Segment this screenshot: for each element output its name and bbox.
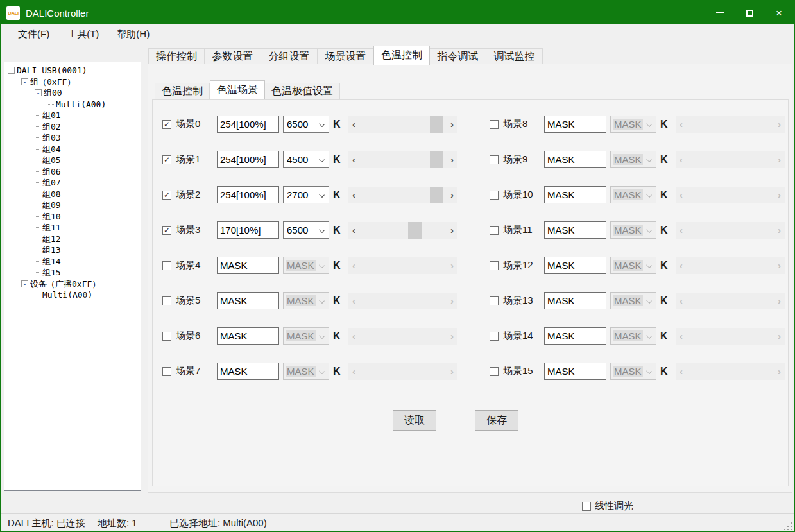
tree-node-label[interactable]: 组10 [42, 211, 61, 222]
tree-node-label[interactable]: 组04 [42, 144, 61, 155]
tree-node-label[interactable]: DALI USB(0001) [17, 65, 87, 76]
scene-checkbox[interactable] [490, 332, 499, 341]
temp-select[interactable]: 6500 [283, 221, 329, 239]
scene-checkbox[interactable] [490, 226, 499, 235]
tree-node[interactable]: -组（0xFF） [4, 76, 141, 88]
tab-4[interactable]: 色温控制 [373, 46, 430, 65]
tree-node-label[interactable]: 组06 [42, 166, 61, 177]
tree-expander-icon[interactable]: - [8, 67, 15, 74]
subtab-2[interactable]: 色温极值设置 [265, 83, 340, 99]
tree-node-label[interactable]: 组00 [44, 87, 62, 98]
scrollbar-thumb[interactable] [430, 151, 443, 168]
tree-node-label[interactable]: 组08 [42, 189, 61, 200]
tree-node[interactable]: 组11 [4, 222, 141, 234]
temp-select[interactable]: 4500 [283, 151, 329, 168]
scroll-left-icon[interactable]: ‹ [348, 151, 359, 168]
scroll-left-icon[interactable]: ‹ [348, 116, 359, 133]
tree-node-label[interactable]: 组01 [42, 110, 61, 121]
tree-node[interactable]: -DALI USB(0001) [4, 65, 141, 76]
scene-level-input[interactable] [217, 186, 279, 203]
scene-level-input[interactable] [217, 221, 279, 239]
subtab-1[interactable]: 色温场景 [210, 80, 265, 99]
scene-checkbox[interactable] [490, 120, 499, 129]
tree-node[interactable]: 组08 [4, 189, 141, 200]
tree-expander-icon[interactable]: - [35, 89, 42, 96]
scene-level-input[interactable] [544, 221, 606, 239]
tab-5[interactable]: 指令调试 [430, 48, 486, 65]
scene-level-input[interactable] [544, 327, 606, 345]
scene-checkbox[interactable]: ✓ [162, 191, 171, 200]
scroll-right-icon[interactable]: › [447, 116, 457, 133]
tree-node[interactable]: 组04 [4, 144, 141, 155]
tab-3[interactable]: 场景设置 [318, 48, 374, 65]
tree-node-label[interactable]: 组09 [42, 200, 61, 210]
scene-level-input[interactable] [217, 292, 279, 309]
scene-checkbox[interactable] [162, 332, 171, 341]
tree-node[interactable]: 组09 [4, 200, 141, 211]
tab-2[interactable]: 分组设置 [261, 48, 318, 65]
scene-level-input[interactable] [544, 116, 606, 133]
temp-select[interactable]: 2700 [283, 186, 329, 203]
tree-node[interactable]: 组01 [4, 110, 141, 121]
scene-level-input[interactable] [217, 257, 279, 274]
scene-level-input[interactable] [544, 257, 606, 274]
scene-checkbox[interactable]: ✓ [162, 155, 171, 164]
tree-node[interactable]: 组12 [4, 234, 141, 245]
scroll-left-icon[interactable]: ‹ [348, 222, 359, 239]
maximize-button[interactable] [735, 1, 764, 24]
scrollbar-thumb[interactable] [430, 187, 443, 203]
tree-node[interactable]: 组05 [4, 155, 141, 166]
temp-select[interactable]: 6500 [283, 116, 329, 133]
tree-node-label[interactable]: Multi(A00) [42, 289, 92, 300]
scene-checkbox[interactable]: ✓ [162, 120, 171, 129]
tree-node-label[interactable]: 组11 [42, 222, 61, 233]
tree-node-label[interactable]: 组05 [42, 155, 61, 166]
tree-node[interactable]: -设备（广播0xFF） [4, 279, 141, 290]
scene-checkbox[interactable] [162, 296, 171, 305]
subtab-0[interactable]: 色温控制 [155, 83, 210, 99]
temp-scrollbar[interactable]: ‹› [348, 116, 457, 133]
scene-checkbox[interactable] [490, 261, 499, 270]
minimize-button[interactable] [705, 1, 735, 24]
tree-node-label[interactable]: 设备（广播0xFF） [30, 279, 100, 289]
tree-node[interactable]: 组07 [4, 177, 141, 189]
resize-grip-icon[interactable] [791, 529, 792, 530]
scene-checkbox[interactable] [490, 296, 499, 305]
scene-level-input[interactable] [544, 151, 606, 168]
scene-level-input[interactable] [544, 186, 606, 203]
tree-node-label[interactable]: 组15 [42, 267, 61, 278]
scroll-right-icon[interactable]: › [447, 151, 457, 168]
tab-0[interactable]: 操作控制 [148, 48, 205, 65]
tree-node[interactable]: Multi(A00) [4, 289, 141, 301]
tree-node[interactable]: 组10 [4, 211, 141, 223]
tree-node-label[interactable]: 组03 [42, 132, 61, 143]
tree-expander-icon[interactable]: - [21, 78, 28, 85]
tree-node[interactable]: 组06 [4, 166, 141, 178]
tab-6[interactable]: 调试监控 [486, 48, 543, 65]
scene-level-input[interactable] [217, 151, 279, 168]
scene-level-input[interactable] [544, 292, 606, 309]
tree-node[interactable]: 组02 [4, 121, 141, 133]
scrollbar-thumb[interactable] [430, 116, 443, 133]
tree-node-label[interactable]: 组13 [42, 245, 61, 255]
tree-node[interactable]: 组14 [4, 256, 141, 268]
close-button[interactable]: × [764, 1, 794, 24]
scene-level-input[interactable] [217, 116, 279, 133]
tree-node[interactable]: Multi(A00) [4, 99, 141, 110]
scene-checkbox[interactable] [490, 191, 499, 200]
scroll-right-icon[interactable]: › [447, 222, 457, 239]
temp-scrollbar[interactable]: ‹› [348, 222, 457, 239]
tree-node-label[interactable]: 组（0xFF） [30, 76, 75, 87]
temp-scrollbar[interactable]: ‹› [348, 151, 457, 168]
scroll-left-icon[interactable]: ‹ [348, 187, 359, 203]
tree-node-label[interactable]: 组14 [42, 256, 61, 267]
save-button[interactable]: 保存 [475, 410, 518, 431]
tree-expander-icon[interactable]: - [21, 280, 28, 287]
tree-node[interactable]: -组00 [4, 87, 141, 99]
menu-item-2[interactable]: 帮助(H) [108, 26, 158, 43]
scene-checkbox[interactable]: ✓ [162, 226, 171, 235]
tree-node[interactable]: 组13 [4, 245, 141, 256]
tree-node-label[interactable]: 组02 [42, 121, 61, 132]
tree-node-label[interactable]: 组07 [42, 177, 61, 188]
temp-scrollbar[interactable]: ‹› [348, 187, 457, 203]
